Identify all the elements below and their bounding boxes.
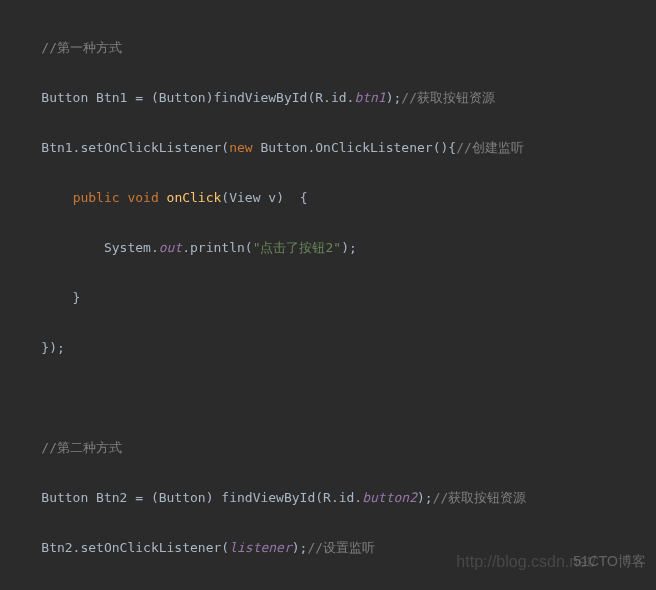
- code-line: [0, 385, 656, 410]
- keyword: void: [127, 190, 158, 205]
- comment: //设置监听: [307, 540, 375, 555]
- code-text: Button.OnClickListener(){: [253, 140, 457, 155]
- code-line: }: [0, 285, 656, 310]
- code-text: Btn2.setOnClickListener(: [10, 540, 229, 555]
- code-text: Button Btn2 = (Button) findViewById(R.id…: [10, 490, 362, 505]
- method-name: onClick: [167, 190, 222, 205]
- code-text: Button Btn1 = (Button)findViewById(R.id.: [10, 90, 354, 105]
- code-line: Button Btn2 = (Button) findViewById(R.id…: [0, 485, 656, 510]
- keyword: public: [73, 190, 120, 205]
- code-text: });: [10, 340, 65, 355]
- comment: //获取按钮资源: [401, 90, 495, 105]
- code-line: //第二种方式: [0, 435, 656, 460]
- code-line: Button Btn1 = (Button)findViewById(R.id.…: [0, 85, 656, 110]
- code-text: .println(: [182, 240, 252, 255]
- code-line: Btn1.setOnClickListener(new Button.OnCli…: [0, 135, 656, 160]
- code-line: });: [0, 335, 656, 360]
- variable: listener: [229, 540, 292, 555]
- field-ref: button2: [362, 490, 417, 505]
- code-text: System.: [10, 240, 159, 255]
- keyword: new: [229, 140, 252, 155]
- field-ref: btn1: [354, 90, 385, 105]
- field-ref: out: [159, 240, 182, 255]
- code-line: System.out.println("点击了按钮2");: [0, 235, 656, 260]
- code-text: );: [386, 90, 402, 105]
- watermark-51cto: 51CTO博客: [573, 549, 646, 574]
- string-literal: "点击了按钮2": [253, 240, 341, 255]
- code-line: public void onClick(View v) {: [0, 185, 656, 210]
- comment: //获取按钮资源: [433, 490, 527, 505]
- code-text: );: [292, 540, 308, 555]
- comment: //第二种方式: [41, 440, 122, 455]
- code-text: );: [341, 240, 357, 255]
- code-text: );: [417, 490, 433, 505]
- comment: //创建监听: [456, 140, 524, 155]
- code-text: (View v) {: [221, 190, 307, 205]
- code-text: Btn1.setOnClickListener(: [10, 140, 229, 155]
- code-line: }: [0, 585, 656, 590]
- code-line: //第一种方式: [0, 35, 656, 60]
- comment: //第一种方式: [41, 40, 122, 55]
- code-block: //第一种方式 Button Btn1 = (Button)findViewBy…: [0, 10, 656, 590]
- code-text: }: [10, 290, 80, 305]
